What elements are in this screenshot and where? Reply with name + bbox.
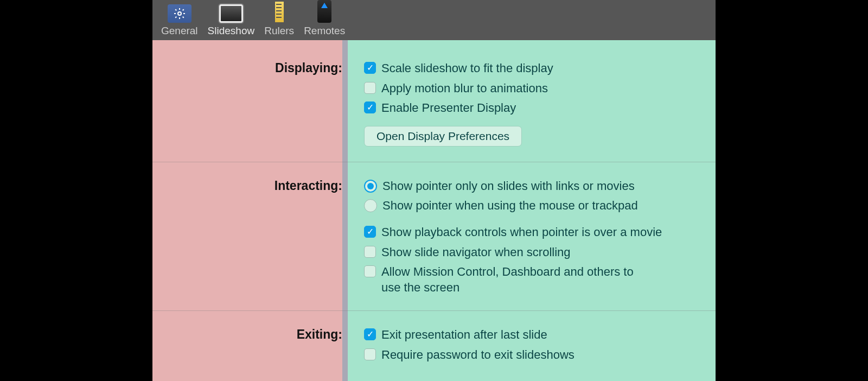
checkbox-require-password[interactable] (364, 348, 376, 360)
tab-rulers[interactable]: Rulers (261, 1, 297, 37)
option-label: Allow Mission Control, Dashboard and oth… (381, 264, 642, 295)
tab-general[interactable]: General (158, 4, 201, 37)
checkbox-scale-slideshow[interactable]: ✓ (364, 62, 376, 74)
svg-point-0 (178, 12, 181, 15)
radio-show-pointer-links[interactable] (364, 180, 377, 193)
option-label: Scale slideshow to fit the display (381, 61, 553, 77)
tab-label: Rulers (264, 25, 294, 37)
slideshow-icon (219, 4, 243, 23)
preferences-toolbar: General Slideshow Rulers Remotes (152, 0, 716, 40)
gear-icon (168, 4, 192, 23)
preferences-window: General Slideshow Rulers Remotes (152, 0, 716, 381)
option-label: Apply motion blur to animations (381, 81, 548, 97)
section-label: Displaying: (169, 61, 342, 75)
checkbox-presenter-display[interactable]: ✓ (364, 101, 376, 113)
open-display-preferences-button[interactable]: Open Display Preferences (364, 126, 522, 147)
option-label: Show slide navigator when scrolling (381, 245, 571, 261)
section-label: Exiting: (169, 327, 342, 342)
tab-label: General (161, 25, 198, 37)
option-label: Show pointer when using the mouse or tra… (382, 198, 638, 214)
ruler-icon (275, 1, 284, 23)
checkbox-motion-blur[interactable] (364, 82, 376, 94)
tab-label: Remotes (304, 25, 345, 37)
tab-label: Slideshow (208, 25, 255, 37)
option-label: Require password to exit slideshows (381, 347, 575, 363)
checkbox-exit-after-last[interactable]: ✓ (364, 328, 376, 340)
radio-show-pointer-mouse[interactable] (364, 199, 377, 212)
checkbox-playback-controls[interactable]: ✓ (364, 226, 376, 238)
preferences-body: Displaying: ✓ Scale slideshow to fit the… (152, 40, 716, 381)
section-exiting: Exiting: ✓ Exit presentation after last … (152, 310, 716, 378)
checkbox-slide-navigator[interactable] (364, 246, 376, 258)
section-displaying: Displaying: ✓ Scale slideshow to fit the… (152, 61, 716, 162)
tab-slideshow[interactable]: Slideshow (205, 4, 258, 37)
section-label: Interacting: (169, 179, 342, 193)
remote-icon (317, 0, 331, 23)
option-label: Show pointer only on slides with links o… (382, 179, 635, 194)
section-interacting: Interacting: Show pointer only on slides… (152, 162, 716, 311)
option-label: Show playback controls when pointer is o… (381, 225, 662, 240)
checkbox-mission-control[interactable] (364, 265, 376, 277)
tab-remotes[interactable]: Remotes (301, 0, 348, 37)
option-label: Exit presentation after last slide (381, 327, 547, 343)
option-label: Enable Presenter Display (381, 100, 516, 116)
